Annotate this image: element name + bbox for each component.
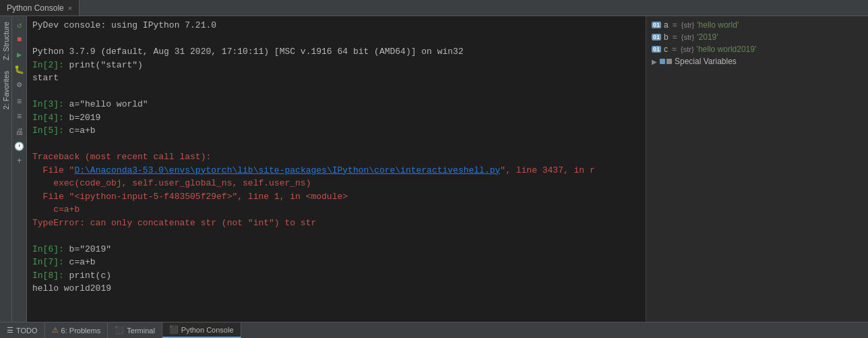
console-line: In[7]: c=a+b — [32, 256, 640, 269]
special-vars-icon — [660, 59, 672, 64]
console-line: In[3]: a="hello world" — [32, 98, 640, 111]
menu-icon-1[interactable]: ≡ — [13, 95, 26, 109]
stop-icon[interactable]: ■ — [13, 33, 26, 47]
status-bar: ☰ TODO ⚠ 6: Problems ⬛ Terminal ⬛ Python… — [0, 322, 868, 338]
console-line — [32, 295, 640, 309]
problems-icon: ⚠ — [52, 326, 59, 335]
variable-row-c: 01 c = {str} 'hello world2019' — [646, 43, 868, 55]
tab-label: Python Console — [7, 3, 64, 13]
settings-icon[interactable]: ⚙ — [13, 78, 26, 91]
resume-icon[interactable]: ▶ — [13, 48, 26, 61]
problems-label: 6: Problems — [61, 327, 101, 335]
rerun-icon[interactable]: ↺ — [13, 18, 26, 32]
console-line — [32, 85, 640, 98]
console-line: start — [32, 72, 640, 85]
var-icon-b: 01 — [652, 34, 661, 40]
tab-bar: Python Console × — [0, 0, 868, 16]
var-val-c: 'hello world2019' — [697, 45, 757, 54]
terminal-status[interactable]: ⬛ Terminal — [108, 322, 162, 338]
add-icon[interactable]: + — [13, 154, 26, 168]
debug-icon[interactable]: 🐛 — [13, 63, 26, 76]
var-val-b: '2019' — [697, 32, 718, 42]
todo-status[interactable]: ☰ TODO — [0, 322, 45, 338]
chevron-right-icon: ▶ — [652, 58, 657, 65]
tab-close-button[interactable]: × — [68, 4, 72, 12]
console-line: exec(code_obj, self.user_global_ns, self… — [32, 177, 640, 190]
console-line — [32, 32, 640, 46]
python-console-icon: ⬛ — [169, 325, 179, 334]
console-line: In[8]: print(c) — [32, 269, 640, 283]
var-name-a: a — [664, 20, 669, 30]
vertical-tabs-panel: Z: Structure 2: Favorites — [0, 16, 12, 322]
console-line: Traceback (most recent call last): — [32, 150, 640, 164]
python-console-status[interactable]: ⬛ Python Console — [162, 322, 241, 338]
var-eq-c: = — [672, 45, 677, 54]
var-name-b: b — [664, 32, 669, 42]
sidebar-item-structure[interactable]: Z: Structure — [1, 16, 11, 65]
print-icon[interactable]: 🖨 — [13, 125, 26, 138]
var-type-b: {str} — [681, 33, 695, 41]
var-type-a: {str} — [681, 21, 695, 29]
console-line — [32, 138, 640, 151]
python-console-status-label: Python Console — [181, 326, 234, 334]
console-line: File "D:\Anaconda3-53.0\envs\pytorch\lib… — [32, 164, 640, 177]
special-variables-row[interactable]: ▶ Special Variables — [646, 55, 868, 67]
sidebar-item-favorites[interactable]: 2: Favorites — [1, 65, 11, 115]
var-icon-c: 01 — [652, 46, 661, 53]
console-line: Python 3.7.9 (default, Aug 31 2020, 17:1… — [32, 45, 640, 59]
variable-row-b: 01 b = {str} '2019' — [646, 31, 868, 43]
console-line: TypeError: can only concatenate str (not… — [32, 217, 640, 230]
console-line: In[5]: c=a+b — [32, 124, 640, 138]
variables-panel: 01 a = {str} 'hello world' 01 b = {str} … — [646, 16, 868, 322]
console-line: File "<ipython-input-5-f483505f29ef>", l… — [32, 190, 640, 204]
console-line: c=a+b — [32, 203, 640, 217]
var-val-a: 'hello world' — [697, 20, 739, 30]
left-toolbar: ↺ ■ ▶ 🐛 ⚙ ≡ ≡ 🖨 🕐 + — [12, 16, 27, 322]
console-line: In[4]: b=2019 — [32, 111, 640, 125]
clock-icon[interactable]: 🕐 — [13, 140, 26, 153]
special-vars-label: Special Variables — [675, 57, 737, 66]
terminal-icon: ⬛ — [115, 326, 124, 335]
todo-label: TODO — [16, 327, 38, 335]
variable-row-a: 01 a = {str} 'hello world' — [646, 19, 868, 31]
terminal-label: Terminal — [127, 327, 155, 335]
menu-icon-2[interactable]: ≡ — [13, 110, 26, 123]
console-line: hello world2019 — [32, 282, 640, 295]
var-name-c: c — [664, 45, 668, 54]
main-layout: Z: Structure 2: Favorites ↺ ■ ▶ 🐛 ⚙ ≡ ≡ … — [0, 16, 868, 322]
var-icon-a: 01 — [652, 22, 661, 28]
console-line: In[6]: b="2019" — [32, 243, 640, 256]
console-line: PyDev console: using IPython 7.21.0 — [32, 19, 640, 32]
var-type-c: {str} — [681, 45, 694, 53]
console-line: In[2]: print("start") — [32, 59, 640, 72]
var-eq-a: = — [673, 20, 677, 30]
var-eq-b: = — [673, 32, 677, 42]
console-output[interactable]: PyDev console: using IPython 7.21.0 Pyth… — [27, 16, 646, 322]
problems-status[interactable]: ⚠ 6: Problems — [45, 322, 108, 338]
console-line — [32, 308, 640, 322]
python-console-tab[interactable]: Python Console × — [0, 0, 80, 16]
todo-icon: ☰ — [7, 326, 13, 335]
console-line — [32, 229, 640, 243]
